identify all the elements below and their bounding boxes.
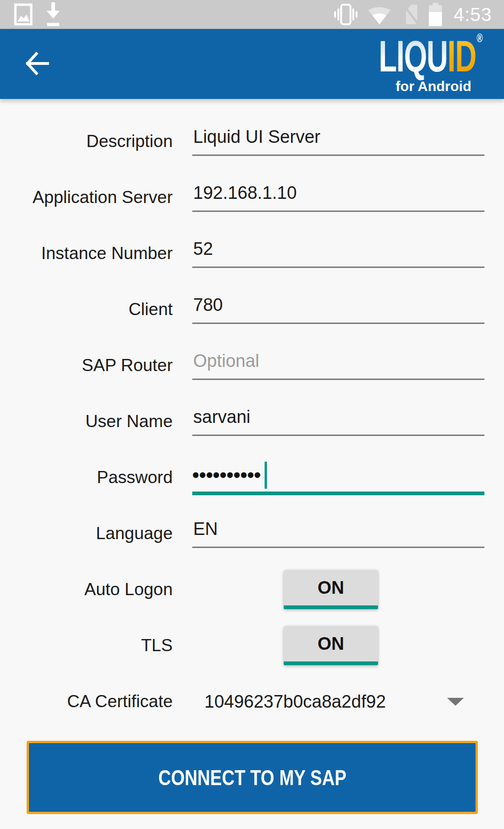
text-cursor [265,462,267,489]
instance-number-label: Instance Number [0,244,173,263]
screen: 4:53 LIQUID® for Android Description [0,0,504,829]
ca-certificate-value: 10496237b0ca8a2df92 [192,692,386,712]
description-label: Description [0,132,173,151]
back-arrow-icon [24,51,50,77]
description-input[interactable] [192,127,484,156]
download-icon [43,1,63,28]
ca-certificate-dropdown[interactable]: 10496237b0ca8a2df92 [192,692,484,712]
password-row: Password •••••••••• [0,450,504,506]
application-server-row: Application Server [0,169,504,225]
wifi-icon [367,4,392,25]
logo-subtitle: for Android [330,79,482,93]
image-icon [12,3,35,26]
sap-router-input[interactable] [192,351,484,380]
dropdown-arrow-icon[interactable] [447,698,464,706]
language-row: Language [0,506,504,562]
application-server-input[interactable] [192,183,484,212]
battery-icon [428,3,442,26]
liquid-logo: LIQUID® for Android [330,35,482,93]
connect-button-area: CONNECT TO MY SAP [27,741,478,814]
sap-router-label: SAP Router [0,356,173,375]
application-server-label: Application Server [0,188,173,207]
client-row: Client [0,281,504,337]
connect-button[interactable]: CONNECT TO MY SAP [27,741,478,814]
client-input[interactable] [192,295,484,324]
status-time: 4:53 [454,4,492,25]
instance-number-input[interactable] [192,239,484,268]
tls-toggle[interactable]: ON [284,626,378,665]
user-name-label: User Name [0,412,173,431]
back-button[interactable] [19,45,56,83]
ca-certificate-row: CA Certificate 10496237b0ca8a2df92 [0,674,504,730]
tls-row: TLS ON [0,618,504,674]
no-sim-icon [400,3,420,26]
connect-button-label: CONNECT TO MY SAP [158,765,346,790]
auto-logon-row: Auto Logon ON [0,562,504,618]
connection-form: Description Application Server Instance … [0,99,504,814]
client-label: Client [0,300,173,319]
user-name-input[interactable] [192,407,484,436]
instance-number-row: Instance Number [0,225,504,281]
vibrate-icon [333,3,358,26]
sap-router-row: SAP Router [0,337,504,393]
user-name-row: User Name [0,393,504,450]
registered-mark: ® [477,31,483,45]
language-label: Language [0,524,173,543]
tls-label: TLS [0,636,173,655]
password-masked-value: •••••••••• [192,465,261,485]
status-bar: 4:53 [0,0,504,29]
password-input[interactable]: •••••••••• [192,460,484,495]
logo-wordmark: LIQUID® [379,35,482,78]
ca-certificate-label: CA Certificate [0,692,173,711]
auto-logon-label: Auto Logon [0,580,173,599]
app-bar: LIQUID® for Android [0,29,504,99]
description-row: Description [0,113,504,169]
auto-logon-toggle[interactable]: ON [284,570,378,609]
password-label: Password [0,468,173,487]
language-input[interactable] [192,519,484,548]
